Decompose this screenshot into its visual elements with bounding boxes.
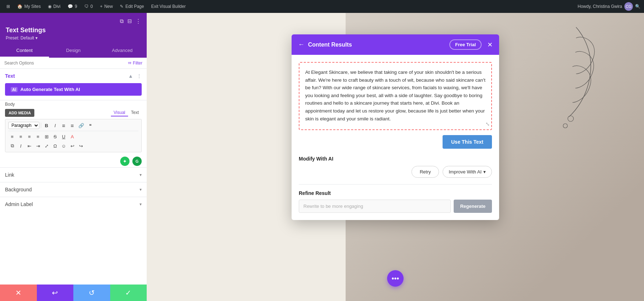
modify-section: Modify With AI Retry Improve With AI ▾ [299, 156, 492, 178]
copy-button[interactable]: ⧉ [8, 142, 16, 150]
ol-button[interactable]: ≡ [68, 121, 76, 129]
footer-bar: ✕ ↩ ↺ ✓ [0, 285, 147, 301]
modal-title: Content Results [308, 42, 446, 48]
use-text-button[interactable]: Use This Text [443, 135, 492, 149]
fullscreen-icon[interactable]: ⧉ [120, 18, 124, 24]
result-text-area[interactable]: At Elegant Skincare, we believe that tak… [299, 62, 492, 130]
comments-item[interactable]: 💬 9 [65, 0, 80, 13]
section-more-icon[interactable]: ⋮ [137, 73, 142, 79]
tab-design[interactable]: Design [49, 44, 98, 58]
howdy-section: Howdy, Christina Gwira CG 🔍 [578, 2, 640, 11]
tab-text[interactable]: Text [128, 109, 142, 116]
sites-icon: 🏠 [17, 4, 23, 9]
refine-section: Refine Result Regenerate [299, 184, 492, 213]
modal-header: ← Content Results Free Trial ✕ [292, 34, 499, 55]
tab-advanced[interactable]: Advanced [98, 44, 147, 58]
color-button[interactable]: A [68, 133, 76, 140]
link-button[interactable]: 🔗 [77, 121, 86, 129]
bold-icon: B [45, 123, 48, 128]
ai-hint-green[interactable]: ✦ [120, 157, 130, 166]
tab-visual[interactable]: Visual [111, 109, 128, 116]
more-icon[interactable]: ⋮ [136, 18, 141, 24]
new-label: New [104, 4, 113, 9]
underline-button[interactable]: U [60, 133, 68, 140]
ai-generate-button[interactable]: AI Auto Generate Text With AI [5, 83, 142, 96]
italic2-button[interactable]: I [17, 142, 25, 150]
confirm-icon: ✓ [125, 288, 131, 297]
comment-bubble-item[interactable]: 🗨 0 [82, 0, 96, 13]
retry-button[interactable]: Retry [411, 166, 439, 178]
undo-editor-button[interactable]: ↩ [68, 142, 76, 150]
bubble-icon: 💬 [68, 4, 73, 9]
fullscreen-editor-button[interactable]: ⤢ [43, 142, 50, 150]
table-button[interactable]: ⊞ [43, 133, 50, 140]
ai-badge: AI [11, 87, 18, 92]
cancel-icon: ✕ [15, 288, 21, 297]
my-sites-item[interactable]: 🏠 My Sites [14, 0, 44, 13]
toolbar-sep-1 [41, 123, 41, 128]
plus-icon: + [100, 4, 102, 9]
improve-button[interactable]: Improve With AI ▾ [443, 166, 492, 178]
modal-overlay: ← Content Results Free Trial ✕ At Elegan… [147, 13, 644, 301]
improve-label: Improve With AI [449, 169, 482, 175]
modal-body: At Elegant Skincare, we believe that tak… [292, 55, 499, 220]
sidebar-preset[interactable]: Preset: Default ▾ [6, 35, 141, 40]
regenerate-button[interactable]: Regenerate [454, 200, 492, 213]
align-right-button[interactable]: ≡ [25, 133, 33, 140]
indent-left-button[interactable]: ⇤ [25, 142, 33, 150]
collapse-icon[interactable]: ▲ [128, 73, 133, 79]
tab-content[interactable]: Content [0, 44, 49, 58]
ai-button-label: Auto Generate Text With AI [20, 87, 80, 92]
wp-admin-bar: ⊞ 🏠 My Sites ◉ Divi 💬 9 🗨 0 + New ✎ Edit… [0, 0, 644, 13]
refine-input[interactable] [299, 200, 451, 213]
user-avatar[interactable]: CG [624, 2, 633, 11]
improve-dropdown-icon: ▾ [483, 169, 486, 175]
filter-button[interactable]: + + Filter [128, 61, 142, 66]
quote-button[interactable]: ❝ [86, 121, 94, 129]
columns-icon[interactable]: ⊟ [127, 18, 132, 24]
strikethrough-button[interactable]: S [51, 133, 59, 140]
align-justify-button[interactable]: ≡ [34, 133, 42, 140]
sidebar: ⧉ ⊟ ⋮ Text Settings Preset: Default ▾ Co… [0, 13, 147, 301]
wp-logo-item[interactable]: ⊞ [4, 0, 13, 13]
editor-toolbar: Paragraph Heading 1 Heading 2 B I ≡ ≡ 🔗 … [5, 119, 142, 152]
paragraph-select[interactable]: Paragraph Heading 1 Heading 2 [8, 122, 39, 129]
indent-right-button[interactable]: ⇥ [34, 142, 42, 150]
divi-item[interactable]: ◉ Divi [45, 0, 63, 13]
italic-icon: I [54, 123, 56, 128]
back-arrow-icon[interactable]: ← [298, 41, 304, 48]
align-center-button[interactable]: ≡ [17, 133, 25, 140]
exit-builder-item[interactable]: Exit Visual Builder [148, 0, 189, 13]
cancel-button[interactable]: ✕ [0, 285, 37, 301]
admin-label-section[interactable]: Admin Label ▾ [0, 197, 147, 211]
ul-button[interactable]: ≡ [60, 121, 68, 129]
search-input[interactable] [4, 61, 125, 66]
text-section-header: Text ▲ ⋮ [0, 69, 147, 83]
free-trial-button[interactable]: Free Trial [449, 39, 482, 50]
bold-button[interactable]: B [43, 121, 50, 129]
add-media-button[interactable]: ADD MEDIA [5, 109, 34, 117]
exit-label: Exit Visual Builder [151, 4, 186, 9]
edit-page-item[interactable]: ✎ Edit Page [117, 0, 147, 13]
resize-handle[interactable]: ⤡ [486, 120, 490, 128]
toolbar-row-1: Paragraph Heading 1 Heading 2 B I ≡ ≡ 🔗 … [8, 121, 138, 130]
special-char-button[interactable]: Ω [51, 142, 59, 150]
redo-button[interactable]: ↺ [73, 285, 110, 301]
redo-editor-button[interactable]: ↪ [77, 142, 85, 150]
align-left-button[interactable]: ≡ [8, 133, 16, 140]
italic-button[interactable]: I [51, 121, 59, 129]
undo-button[interactable]: ↩ [37, 285, 74, 301]
comment-icon: 🗨 [84, 4, 89, 9]
search-icon[interactable]: 🔍 [635, 4, 640, 9]
background-section[interactable]: Background ▾ [0, 182, 147, 197]
section-icons: ▲ ⋮ [128, 73, 142, 79]
confirm-button[interactable]: ✓ [110, 285, 147, 301]
howdy-text: Howdy, Christina Gwira [578, 4, 622, 9]
emoji-button[interactable]: ☺ [60, 142, 68, 150]
search-bar: + + Filter [0, 58, 147, 69]
modal-close-button[interactable]: ✕ [487, 41, 493, 49]
grammarly-icon[interactable]: G [132, 157, 142, 166]
new-item[interactable]: + New [97, 0, 116, 13]
undo-icon: ↩ [52, 288, 58, 297]
link-section[interactable]: Link ▾ [0, 167, 147, 182]
